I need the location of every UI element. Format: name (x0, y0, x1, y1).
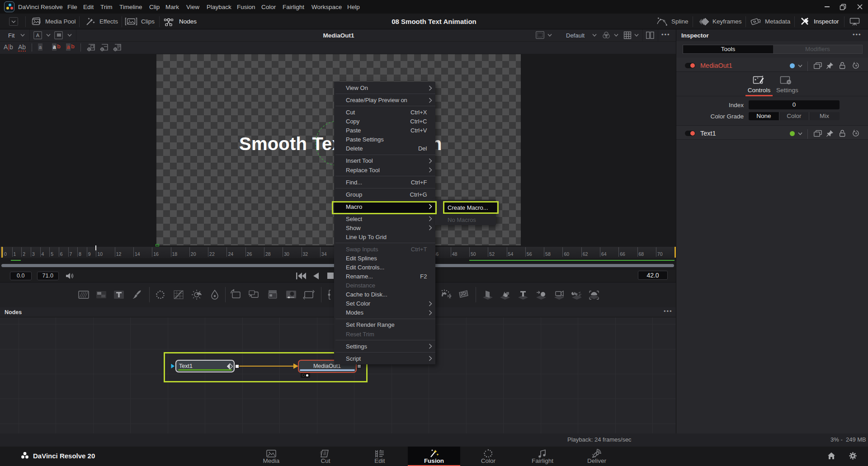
svg-text:A: A (36, 33, 40, 38)
